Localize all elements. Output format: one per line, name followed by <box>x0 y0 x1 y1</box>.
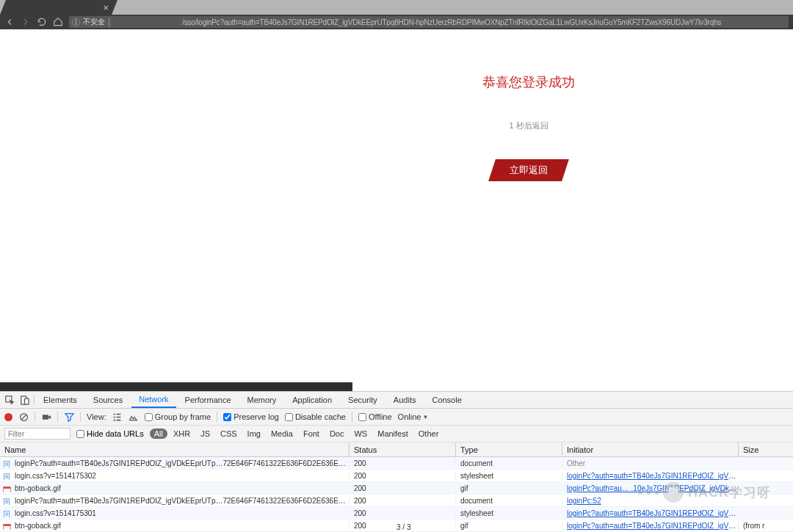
url-host-blurred <box>113 18 179 26</box>
security-warning: 不安全 <box>83 17 105 27</box>
tab-performance[interactable]: Performance <box>178 393 239 407</box>
table-row[interactable]: loginPc?auth=auth=TB40eJs7GIN1REPdOIZ_ig… <box>0 457 793 470</box>
record-icon[interactable] <box>4 413 12 421</box>
hide-data-urls-checkbox[interactable]: Hide data URLs <box>76 429 144 438</box>
network-toolbar: View: Group by frame Preserve log Disabl… <box>0 409 793 426</box>
type-pill-doc[interactable]: Doc <box>325 429 349 439</box>
address-bar[interactable]: i 不安全 | /sso/loginPc?auth=auth=TB40eJs7G… <box>69 16 789 28</box>
network-table: Name Status Type Initiator Size loginPc?… <box>0 442 793 532</box>
view-label: View: <box>87 412 106 421</box>
svg-rect-12 <box>4 524 10 525</box>
document-file-icon <box>3 498 11 505</box>
type-pill-all[interactable]: All <box>150 429 167 439</box>
svg-rect-2 <box>24 398 29 404</box>
inspect-element-icon[interactable] <box>4 395 15 405</box>
filter-icon[interactable] <box>64 412 74 422</box>
preserve-log-checkbox[interactable]: Preserve log <box>223 412 279 421</box>
devtools-tab-bar: Elements Sources Network Performance Mem… <box>0 392 793 409</box>
filter-input[interactable] <box>4 428 70 440</box>
image-file-icon <box>3 523 11 530</box>
table-row[interactable]: login.css?v=1514175302200stylesheetlogin… <box>0 470 793 482</box>
url-path: /sso/loginPc?auth=auth=TB40eJs7GIN1REPdO… <box>182 18 721 26</box>
col-type[interactable]: Type <box>455 442 562 456</box>
home-icon[interactable] <box>53 17 63 27</box>
type-filter-pills: AllXHRJSCSSImgMediaFontDocWSManifestOthe… <box>150 429 443 439</box>
browser-nav-bar: i 不安全 | /sso/loginPc?auth=auth=TB40eJs7G… <box>0 15 793 29</box>
tab-console[interactable]: Console <box>424 393 468 407</box>
type-pill-ws[interactable]: WS <box>350 429 372 439</box>
request-counter: 3 / 3 <box>396 523 410 531</box>
image-file-icon <box>3 486 11 492</box>
svg-rect-8 <box>4 487 10 488</box>
tab-sources[interactable]: Sources <box>86 393 130 407</box>
type-pill-font[interactable]: Font <box>299 429 324 439</box>
offline-checkbox[interactable]: Offline <box>358 412 392 421</box>
login-success-message: 恭喜您登录成功 <box>308 73 749 91</box>
window-gap <box>0 382 352 391</box>
tab-close-icon[interactable]: × <box>103 2 109 13</box>
table-row[interactable]: btn-goback.gif200gifloginPc?auth=au… .10… <box>0 482 793 495</box>
forward-icon[interactable] <box>21 17 31 27</box>
col-status[interactable]: Status <box>349 442 455 456</box>
redirect-countdown: 1 秒后返回 <box>308 120 749 131</box>
back-icon[interactable] <box>4 17 15 27</box>
view-list-icon[interactable] <box>112 412 123 422</box>
tab-application[interactable]: Application <box>285 393 339 407</box>
tab-security[interactable]: Security <box>341 393 385 407</box>
document-file-icon <box>3 461 11 467</box>
tab-network[interactable]: Network <box>131 392 175 408</box>
browser-tab[interactable]: × <box>0 0 117 15</box>
col-name[interactable]: Name <box>0 442 349 456</box>
go-back-button[interactable]: 立即返回 <box>488 159 569 181</box>
table-row[interactable]: login.css?v=1514175301200stylesheetlogin… <box>0 507 793 520</box>
type-pill-manifest[interactable]: Manifest <box>373 429 413 439</box>
clear-icon[interactable] <box>18 412 29 422</box>
type-pill-js[interactable]: JS <box>196 429 214 439</box>
devtools-panel: Elements Sources Network Performance Mem… <box>0 391 793 532</box>
tab-elements[interactable]: Elements <box>36 393 84 407</box>
table-header: Name Status Type Initiator Size <box>0 442 793 457</box>
svg-rect-4 <box>42 415 48 420</box>
network-filter-bar: Hide data URLs AllXHRJSCSSImgMediaFontDo… <box>0 426 793 442</box>
browser-tab-strip: × <box>0 0 793 15</box>
document-file-icon <box>3 511 11 517</box>
tab-memory[interactable]: Memory <box>240 393 284 407</box>
col-size[interactable]: Size <box>738 442 793 456</box>
type-pill-media[interactable]: Media <box>267 429 297 439</box>
type-pill-xhr[interactable]: XHR <box>169 429 195 439</box>
type-pill-other[interactable]: Other <box>414 429 443 439</box>
type-pill-img[interactable]: Img <box>243 429 265 439</box>
device-toggle-icon[interactable] <box>19 395 29 405</box>
col-initiator[interactable]: Initiator <box>562 442 738 456</box>
tab-audits[interactable]: Audits <box>386 393 424 407</box>
page-content: 恭喜您登录成功 1 秒后返回 立即返回 <box>0 29 793 382</box>
group-by-frame-checkbox[interactable]: Group by frame <box>145 412 211 421</box>
document-file-icon <box>3 473 11 480</box>
disable-cache-checkbox[interactable]: Disable cache <box>285 412 346 421</box>
reload-icon[interactable] <box>37 17 47 27</box>
throttle-select[interactable]: Online▼ <box>398 412 429 421</box>
view-frames-icon[interactable] <box>128 412 139 422</box>
camera-icon[interactable] <box>41 412 51 422</box>
info-icon: i <box>72 18 80 26</box>
type-pill-css[interactable]: CSS <box>216 429 242 439</box>
table-row[interactable]: loginPc?auth=auth=TB40eJs7GIN1REPdOIZ_ig… <box>0 495 793 507</box>
